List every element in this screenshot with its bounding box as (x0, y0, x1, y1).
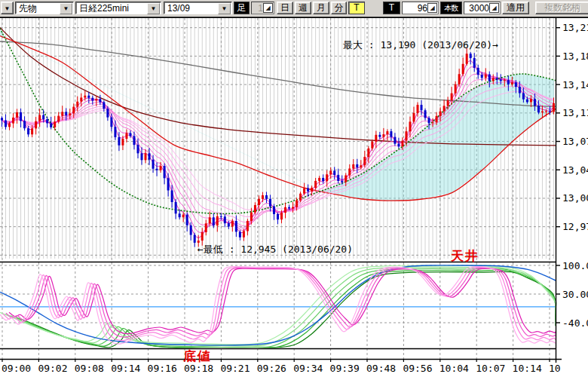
category-value: 先物 (19, 3, 37, 14)
spinner-icon[interactable]: ◢ (263, 3, 273, 13)
oscillator-lines (0, 265, 556, 348)
time-axis-label: 09:21 (220, 363, 250, 374)
price-axis-label: 13,005 (562, 192, 588, 204)
price-axis-label: 13,110 (562, 107, 588, 118)
interval-stepper[interactable]: 1 ◢ (251, 2, 274, 14)
price-axis-label: 13,145 (562, 79, 588, 90)
multi-symbol-button[interactable]: 複数銘柄 (535, 2, 588, 14)
ceiling-annotation: 天井 (451, 247, 479, 265)
time-axis-label: 10:07 (476, 363, 505, 374)
chart-application-window: ▼ 先物 ▼ 日経225mini ▼ 13/09 ▼ 足 1 ◢ 日 週 月 分… (0, 0, 588, 377)
mini-dropdown-button[interactable]: ▼ (1, 2, 14, 14)
time-axis-label: 09:26 (257, 363, 286, 374)
chevron-down-icon[interactable]: ▼ (147, 3, 160, 14)
chart-canvas[interactable] (0, 0, 588, 377)
interval-value: 1 (258, 3, 263, 14)
time-axis-label: 10 (549, 363, 561, 374)
oscillator-axis-label: -40.00 (562, 317, 588, 329)
time-axis-label: 09:16 (148, 363, 177, 374)
price-axis-label: 13,075 (562, 136, 588, 147)
oscillator-axis-label: 30.00 (562, 289, 588, 300)
time-axis-label: 09:56 (403, 363, 432, 374)
chevron-down-icon: ▼ (5, 5, 11, 12)
session-low-annotation: ←最低 : 12,945 (2013/06/20) (198, 243, 353, 256)
tick-count-value: 96 (418, 3, 427, 14)
price-axis-label: 13,180 (562, 51, 588, 62)
period-month-button[interactable]: 月 (313, 2, 329, 14)
tick-count-stepper[interactable]: 96 ◢ (402, 2, 439, 14)
bar-count-label: 本数 (440, 2, 462, 14)
time-axis-label: 09:48 (366, 363, 396, 374)
time-axis-label: 09:14 (111, 363, 140, 374)
time-axis-label: 09:00 (2, 363, 31, 374)
bar-count-value: 3000 (469, 3, 489, 14)
session-high-annotation: 最大 : 13,190 (2013/06/20)→ (343, 38, 498, 52)
period-week-button[interactable]: 週 (295, 2, 311, 14)
spinner-icon[interactable]: ◢ (427, 3, 437, 13)
oscillator-axis-label: 100.00 (562, 260, 588, 271)
time-axis-label: 10:14 (513, 363, 542, 374)
time-axis-label: 09:39 (330, 363, 360, 374)
price-axis-label: 13,215 (562, 22, 588, 33)
price-axis-label: 12,970 (562, 221, 588, 232)
contract-month-select[interactable]: 13/09 ▼ (164, 2, 232, 14)
price-axis-label: 13,040 (562, 164, 588, 176)
time-axis-label: 09:34 (293, 363, 323, 374)
period-tick-button-active[interactable]: T (348, 2, 365, 14)
symbol-select[interactable]: 日経225mini ▼ (75, 2, 161, 14)
toolbar: ▼ 先物 ▼ 日経225mini ▼ 13/09 ▼ 足 1 ◢ 日 週 月 分… (0, 0, 588, 17)
chevron-down-icon[interactable]: ▼ (60, 3, 72, 14)
chevron-down-icon[interactable]: ▼ (218, 3, 231, 14)
time-axis-label: 09:02 (38, 363, 67, 374)
symbol-value: 日経225mini (79, 3, 129, 14)
bar-type-label-button: 足 (234, 2, 250, 14)
period-minute-button[interactable]: 分 (331, 2, 347, 14)
bar-count-stepper[interactable]: 3000 ◢ (464, 2, 501, 14)
apply-button[interactable]: 適用 (502, 2, 529, 14)
bottom-annotation: 底値 (183, 348, 212, 365)
time-axis-label: 10:04 (439, 363, 469, 374)
spinner-icon[interactable]: ◢ (489, 3, 499, 13)
period-day-button[interactable]: 日 (277, 2, 293, 14)
contract-month-value: 13/09 (167, 3, 190, 14)
category-select[interactable]: 先物 ▼ (15, 2, 74, 14)
tick-count-label: T (383, 2, 400, 14)
time-axis-label: 09:08 (75, 363, 104, 374)
